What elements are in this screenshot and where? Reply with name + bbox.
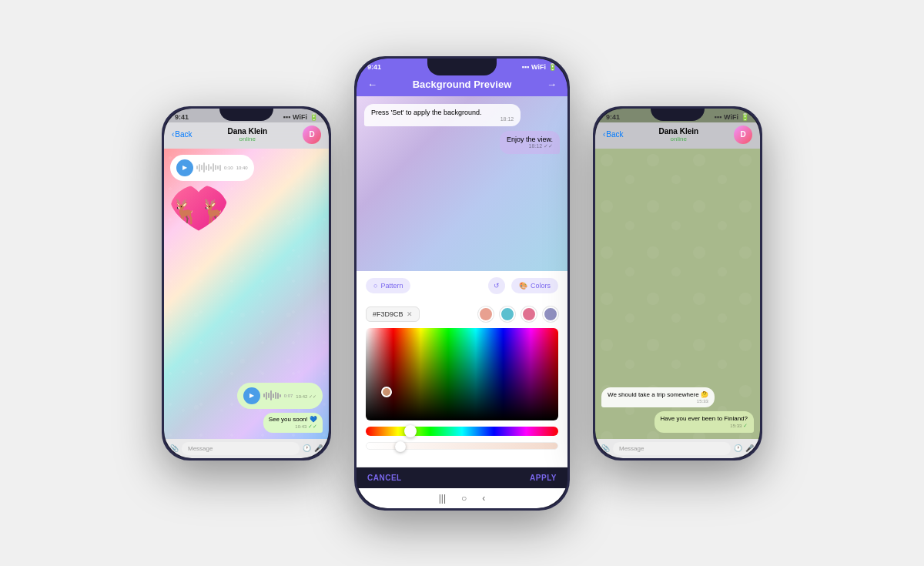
chevron-left-icon-right: ‹ (603, 130, 605, 139)
attachment-icon-right[interactable]: 📎 (601, 444, 610, 452)
message-text-sent-right: Have you ever been to Finland? (661, 415, 748, 422)
table-row: 🦌🦌 (170, 185, 323, 235)
home-button[interactable]: ○ (461, 493, 467, 504)
message-time: 10:40 (236, 166, 248, 170)
message-text-received-right: We should take a trip somewhere 🤔 (608, 391, 708, 398)
play-button[interactable]: ▶ (176, 159, 193, 176)
mic-icon-right[interactable]: 🎤 (745, 444, 754, 452)
refresh-button[interactable]: ↺ (488, 277, 505, 294)
message-bubble-sent: See you soon! 💙 10:43 ✓✓ (263, 413, 323, 433)
message-time-sent: 10:42 ✓✓ (296, 394, 316, 399)
mic-icon[interactable]: 🎤 (314, 444, 323, 452)
contact-name-left: Dana Klein (197, 127, 298, 136)
attachment-icon[interactable]: 📎 (170, 444, 179, 452)
color-preset-4[interactable] (543, 306, 558, 322)
chevron-left-icon: ‹ (172, 130, 174, 139)
audio-message-received: ▶ 0:10 10:40 (170, 155, 254, 181)
signal-icon: ▪▪▪ (283, 113, 291, 121)
table-row: We should take a trip somewhere 🤔 15:33 (601, 387, 754, 407)
input-placeholder-right: Message (619, 445, 644, 452)
wifi-icon-center: WiFi (531, 63, 546, 71)
color-preset-3[interactable] (521, 306, 537, 322)
preview-time-2: 18:12 ✓✓ (507, 143, 553, 149)
avatar-left: D (303, 126, 321, 144)
alpha-slider-thumb[interactable] (395, 441, 406, 452)
clock-icon[interactable]: 🕐 (303, 444, 311, 452)
color-presets (478, 306, 558, 322)
hue-slider-thumb[interactable] (404, 425, 417, 437)
palette-icon: 🎨 (519, 282, 527, 290)
hex-input-field[interactable]: #F3D9CB ✕ (366, 306, 420, 322)
audio-waveform-sent (263, 390, 281, 402)
spectrum-cursor[interactable] (381, 387, 392, 397)
time-left: 9:41 (175, 113, 189, 121)
message-bubble-received-right: We should take a trip somewhere 🤔 15:33 (601, 387, 715, 407)
hex-value: #F3D9CB (373, 310, 403, 318)
chat-header-left: ‹ Back Dana Klein online D (164, 122, 329, 149)
chat-info-left: Dana Klein online (197, 127, 298, 142)
spectrum-gradient[interactable] (366, 328, 558, 420)
alpha-slider[interactable] (366, 442, 558, 450)
table-row: ▶ 0:07 10:42 ✓✓ (170, 383, 323, 409)
phone-right: 9:41 ▪▪▪ WiFi 🔋 ‹ Back Dana Klein online… (593, 106, 762, 461)
message-time-received-right: 15:33 (608, 399, 708, 404)
input-bar-left: 📎 Message 🕐 🎤 (164, 439, 329, 458)
pattern-label: Pattern (380, 282, 403, 290)
chat-info-right: Dana Klein online (628, 127, 729, 142)
hue-slider[interactable] (366, 427, 558, 436)
table-row: See you soon! 💙 10:43 ✓✓ (170, 413, 323, 433)
time-center: 9:41 (367, 63, 381, 71)
color-preset-1[interactable] (478, 306, 494, 322)
message-time-sent-right: 15:33 ✓ (661, 423, 748, 429)
back-icon-center[interactable]: ← (367, 79, 377, 90)
chat-area-right: We should take a trip somewhere 🤔 15:33 … (595, 149, 760, 439)
notch-right (651, 109, 705, 121)
sticker-emoji: 🦌🦌 (171, 198, 228, 225)
preview-message-text-2: Enjoy the view. (507, 136, 553, 143)
cancel-button[interactable]: CANCEL (367, 474, 402, 482)
notch-left (219, 109, 273, 121)
contact-status-left: online (197, 136, 298, 142)
colors-button[interactable]: 🎨 Colors (511, 278, 558, 293)
message-input-right[interactable]: Message (613, 442, 731, 455)
wifi-icon-right: WiFi (724, 113, 738, 121)
chat-spacer-right (601, 155, 754, 383)
color-picker-section: #F3D9CB ✕ (357, 300, 567, 467)
back-button-left[interactable]: ‹ Back (172, 130, 192, 139)
color-preset-2[interactable] (500, 306, 515, 322)
battery-icon-right: 🔋 (741, 113, 749, 121)
pattern-button[interactable]: ○ Pattern (366, 278, 410, 293)
color-toolbar: ○ Pattern ↺ 🎨 Colors (357, 271, 567, 300)
back-button-right[interactable]: ‹ Back (603, 130, 624, 139)
colors-label: Colors (531, 282, 551, 290)
sticker-heart: 🦌🦌 (170, 185, 228, 235)
apply-button[interactable]: APPLY (530, 474, 557, 482)
preview-message-received: Press 'Set' to apply the background. 18:… (364, 104, 521, 126)
notch-center (427, 59, 497, 75)
table-row: ▶ 0:10 10:40 (170, 155, 323, 181)
play-button-sent[interactable]: ▶ (243, 387, 260, 404)
back-label-left: Back (175, 130, 192, 139)
message-input-left[interactable]: Message (182, 442, 300, 455)
recent-apps-icon[interactable]: ||| (439, 493, 446, 504)
action-buttons: CANCEL APPLY (357, 467, 567, 488)
screen-right: 9:41 ▪▪▪ WiFi 🔋 ‹ Back Dana Klein online… (595, 109, 760, 458)
input-placeholder-left: Message (188, 445, 213, 452)
signal-icon-right: ▪▪▪ (715, 113, 722, 121)
share-icon-center[interactable]: → (547, 79, 557, 90)
chat-header-right: ‹ Back Dana Klein online D (595, 122, 760, 149)
chat-area-left: ▶ 0:10 10:40 (164, 149, 329, 439)
circle-icon: ○ (373, 282, 377, 290)
phone-left: 9:41 ▪▪▪ WiFi 🔋 ‹ Back Dana Klein online… (162, 106, 331, 461)
audio-message-sent: ▶ 0:07 10:42 ✓✓ (237, 383, 323, 409)
background-preview-header: ← Background Preview → (357, 72, 567, 96)
back-gesture-icon[interactable]: ‹ (482, 493, 485, 504)
read-receipt: ✓✓ (308, 424, 317, 429)
table-row: Have you ever been to Finland? 15:33 ✓ (601, 411, 754, 433)
wifi-icon: WiFi (293, 113, 307, 121)
hex-clear-button[interactable]: ✕ (407, 310, 413, 318)
contact-name-right: Dana Klein (628, 127, 729, 136)
message-bubble-sent-right: Have you ever been to Finland? 15:33 ✓ (654, 411, 754, 433)
audio-duration: 0:10 (224, 166, 233, 170)
clock-icon-right[interactable]: 🕐 (734, 444, 742, 452)
